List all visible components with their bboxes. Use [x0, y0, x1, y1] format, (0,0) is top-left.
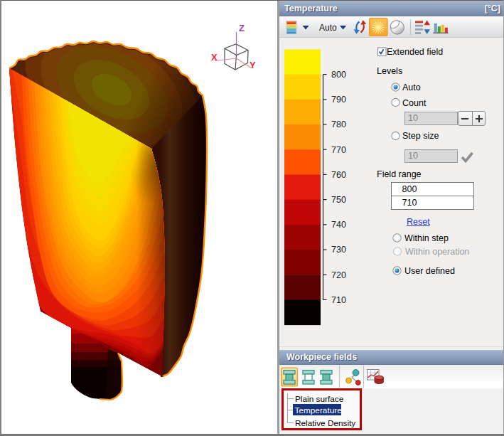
svg-text:X: X — [211, 52, 218, 63]
svg-text:Z: Z — [239, 23, 245, 33]
svg-text:Auto: Auto — [319, 23, 337, 33]
svg-text:Y: Y — [250, 60, 256, 70]
